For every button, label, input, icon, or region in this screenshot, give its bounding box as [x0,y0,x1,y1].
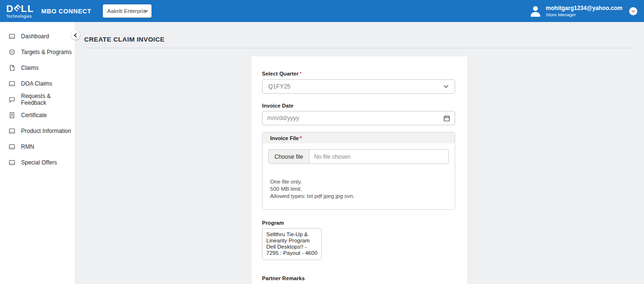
file-rule: Allowed types: txt pdf jpeg jpg svn. [270,193,449,200]
sidebar-item-label: Certificate [21,112,47,119]
dashboard-icon [9,80,15,87]
file-input[interactable]: Choose file No file chosen [268,149,449,164]
chat-icon [9,96,15,103]
org-selector-value: Aakriti Enterprises [107,8,147,14]
page-title: CREATE CLAIM INVOICE [84,36,644,43]
sidebar-item-doa-claims[interactable]: DOA Claims [0,76,75,91]
quarter-label: Select Quarter [262,71,299,76]
dashboard-icon [9,128,15,134]
dashboard-icon [9,143,15,150]
program-field: Program Sellthru Tie-Up & Linearity Prog… [262,218,455,260]
document-icon [9,65,15,71]
sidebar-item-label: DOA Claims [21,80,52,87]
required-asterisk: * [300,71,302,76]
app-header: DELL Technologies MBO CONNECT Aakriti En… [0,0,644,22]
create-claim-invoice-form: Select Quarter* Q1FY25 Invoice Date mm/d… [251,56,467,284]
sidebar-item-label: Dashboard [21,33,49,40]
file-rule: 500 MB limit. [270,186,449,193]
invoice-date-field: Invoice Date mm/dd/yyyy [262,101,455,125]
sidebar-collapse-button[interactable] [71,31,80,40]
quarter-select[interactable]: Q1FY25 [262,79,455,94]
certificate-icon [9,112,15,119]
invoice-file-legend: Invoice File* [262,132,455,143]
sidebar-item-requests-feedback[interactable]: Requests & Feedback [0,91,75,107]
user-email: mohitgarg1234@yahoo.com [546,5,622,12]
choose-file-button[interactable]: Choose file [269,150,309,164]
invoice-file-label: Invoice File [270,135,299,141]
chevron-down-icon [632,10,635,12]
chevron-down-icon [144,10,148,12]
program-option[interactable]: Sellthru Tie-Up & Linearity Program Dell… [266,231,318,256]
program-label: Program [262,220,284,226]
invoice-file-body: Choose file No file chosen One file only… [262,143,455,209]
invoice-date-label: Invoice Date [262,103,294,109]
user-menu-button[interactable] [629,7,637,15]
sidebar-item-targets-programs[interactable]: Targets & Programs [0,44,75,60]
dashboard-icon [9,159,15,166]
sidebar-item-rmn[interactable]: RMN [0,139,75,154]
quarter-field: Select Quarter* Q1FY25 [262,69,455,94]
partner-remarks-label: Partner Remarks [262,275,305,281]
chevron-left-icon [74,33,77,38]
sidebar-item-claims[interactable]: Claims [0,60,75,76]
sidebar-item-label: Requests & Feedback [21,93,75,106]
no-file-chosen-text: No file chosen [314,153,350,160]
file-rule: One file only. [270,178,449,186]
sidebar-item-label: Special Offers [21,159,57,166]
logo-letter: LL [21,4,34,13]
sidebar-item-label: Claims [21,65,39,71]
logo-subtext: Technologies [6,14,34,19]
required-asterisk: * [300,135,302,141]
user-info: mohitgarg1234@yahoo.com Store Manager [546,5,622,18]
partner-remarks-field: Partner Remarks [262,273,455,284]
title-divider [84,48,633,48]
main-content: CREATE CLAIM INVOICE Select Quarter* Q1F… [75,22,644,284]
invoice-date-input[interactable]: mm/dd/yyyy [262,111,455,125]
sidebar-item-special-offers[interactable]: Special Offers [0,154,75,170]
app-title: MBO CONNECT [41,8,91,15]
sidebar-item-label: RMN [21,143,34,150]
sidebar: Dashboard Targets & Programs Claims DOA … [0,22,75,284]
user-role: Store Manager [546,12,622,18]
chevron-down-icon [443,85,449,88]
dashboard-icon [9,33,15,40]
sidebar-item-label: Product Information [21,128,71,134]
target-icon [9,49,15,55]
calendar-icon [444,115,450,121]
sidebar-item-label: Targets & Programs [21,49,72,55]
quarter-select-value: Q1FY25 [268,83,443,90]
dell-technologies-logo: DELL Technologies [6,4,34,19]
sidebar-item-dashboard[interactable]: Dashboard [0,28,75,44]
file-upload-rules: One file only. 500 MB limit. Allowed typ… [268,178,449,200]
sidebar-item-product-information[interactable]: Product Information [0,123,75,139]
program-listbox[interactable]: Sellthru Tie-Up & Linearity Program Dell… [262,228,322,260]
invoice-file-fieldset: Invoice File* Choose file No file chosen… [262,132,455,210]
invoice-date-placeholder: mm/dd/yyyy [267,115,444,121]
sidebar-item-certificate[interactable]: Certificate [0,107,75,123]
org-selector-dropdown[interactable]: Aakriti Enterprises [103,4,152,18]
user-avatar-icon [529,5,542,17]
